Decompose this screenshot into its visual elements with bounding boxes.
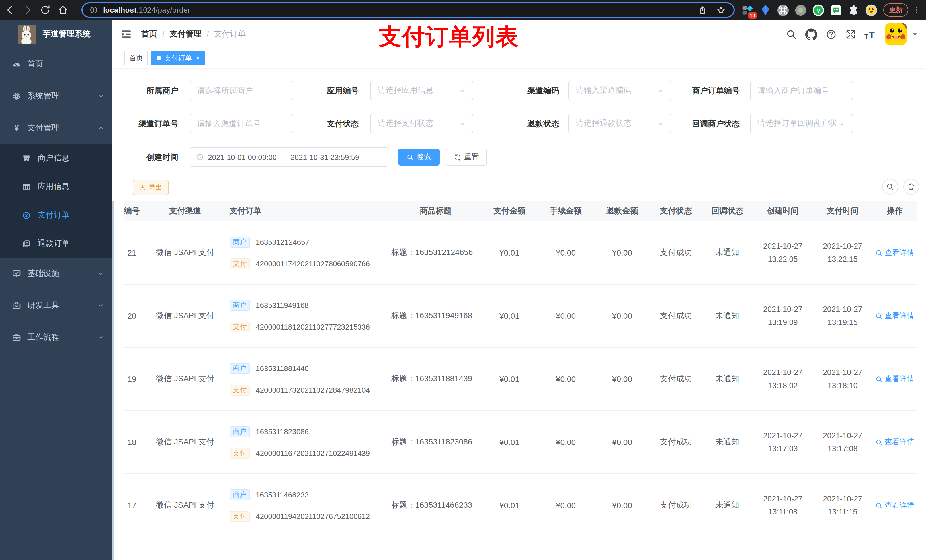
time-value: 13:18:10 (828, 379, 857, 392)
filter-label: 商户订单编号 (637, 81, 740, 100)
browser-menu-icon[interactable] (912, 4, 920, 16)
chevron-down-icon (97, 334, 104, 341)
sidebar-item-首页[interactable]: 首页 (0, 48, 112, 80)
breadcrumb: 首页/支付管理/支付订单 (141, 29, 246, 39)
tags-view-bar: 首页支付订单× (112, 48, 926, 68)
chat-extension-button[interactable] (830, 4, 842, 16)
merchant-tag-badge: 商户 (230, 426, 250, 437)
tab-支付订单[interactable]: 支付订单× (151, 51, 205, 65)
cell-id: 18 (124, 411, 142, 474)
date-range-picker[interactable]: 2021-10-01 00:00:00 - 2021-10-31 23:59:5… (190, 147, 388, 167)
search-icon (875, 438, 882, 446)
forward-icon[interactable] (22, 5, 33, 15)
bookmark-star-icon[interactable] (716, 5, 726, 15)
cell-refund-amount: ¥0.00 (594, 348, 651, 410)
back-icon[interactable] (5, 5, 15, 15)
filter-input-商户订单编号[interactable] (750, 81, 853, 100)
font-size-icon[interactable]: TT (864, 29, 875, 39)
table-row: 20微信 JSAPI 支付商户1635311949168支付4200001181… (124, 285, 917, 348)
tab-首页[interactable]: 首页 (124, 51, 148, 65)
sidebar-item-商户信息[interactable]: 商户信息 (0, 144, 112, 172)
refresh-icon (907, 183, 915, 191)
sidebar-item-支付订单[interactable]: ¥支付订单 (0, 201, 112, 229)
sidebar-item-基础设施[interactable]: 基础设施 (0, 258, 112, 290)
table-header-cell: 商品标题 (390, 201, 481, 221)
cell-pay-order: 商户1635311468233支付42000011942021102767521… (228, 474, 390, 537)
home-icon[interactable] (57, 5, 68, 15)
cell-pay-status (651, 537, 702, 560)
order-no-line: 支付4200001194202110276752100612 (230, 511, 370, 522)
fullscreen-icon[interactable] (845, 29, 856, 39)
sidebar-scrollbar[interactable] (112, 201, 114, 560)
sidebar-item-工作流程[interactable]: 工作流程 (0, 322, 112, 353)
browser-update-button[interactable]: 更新 (883, 3, 908, 17)
hamburger-icon[interactable] (121, 29, 132, 40)
table-row: 21微信 JSAPI 支付商户1635312124657支付4200001174… (124, 221, 917, 285)
order-no-line: 支付4200001173202110272847982104 (230, 385, 370, 395)
gem-extension-button[interactable] (759, 4, 772, 16)
select-placeholder: 请选择订单回调商户状态 (757, 118, 836, 128)
close-tab-icon[interactable]: × (196, 54, 200, 62)
svg-text:y: y (817, 7, 820, 13)
cell-product-title: 标题：1635311823086 (390, 411, 481, 474)
shop-icon (22, 154, 31, 163)
order-id: 17 (127, 501, 136, 510)
app-logo[interactable]: 芋道管理系统 (0, 23, 112, 45)
show-search-toggle-button[interactable] (882, 179, 898, 195)
table-header-cell: 支付渠道 (142, 201, 228, 221)
sidebar-item-研发工具[interactable]: 研发工具 (0, 290, 112, 322)
y-circle-extension-button[interactable]: y (812, 4, 825, 16)
export-button[interactable]: 导出 (133, 180, 169, 195)
help-icon[interactable] (826, 29, 837, 39)
sidebar-item-支付管理[interactable]: ¥支付管理 (0, 112, 112, 144)
screen: localhost:1024/pay/order 10y 更新 芋道管理系统 首… (0, 0, 926, 560)
refresh-table-button[interactable] (903, 179, 919, 195)
search-icon (875, 249, 882, 257)
reset-button[interactable]: 重置 (446, 148, 487, 166)
search-icon[interactable] (786, 29, 797, 39)
filter-label: 退款状态 (457, 114, 559, 133)
view-details-link[interactable]: 查看详情 (875, 437, 914, 447)
sidebar-item-退款订单[interactable]: 退款订单 (0, 229, 112, 258)
pikachu-avatar[interactable] (884, 23, 907, 45)
record-extension-button[interactable] (794, 4, 807, 16)
view-details-link[interactable]: 查看详情 (875, 500, 914, 510)
cell-pay-status: 支付成功 (651, 285, 702, 347)
cell-pay-status: 支付成功 (651, 411, 702, 474)
emoji-extension-button[interactable] (865, 4, 878, 16)
reset-button-label: 重置 (464, 152, 479, 162)
breadcrumb-item[interactable]: 支付管理 (170, 29, 201, 39)
cell-product-title: 标题：1635311468233 (390, 474, 481, 537)
puzzle-extension-button[interactable] (847, 4, 860, 16)
reload-icon[interactable] (40, 5, 51, 15)
filter-label: 创建时间 (112, 147, 178, 167)
select-placeholder: 请选择应用信息 (378, 85, 456, 96)
filter-select-回调商户状态[interactable]: 请选择订单回调商户状态 (750, 114, 853, 133)
order-id: 19 (127, 374, 136, 383)
pin-extension-button[interactable]: 10 (741, 4, 754, 16)
cell-notify-status (702, 537, 753, 560)
order-no-line: 商户1635311823086 (230, 426, 309, 437)
svg-text:¥: ¥ (25, 213, 28, 218)
cell-pay-time: 2021-10-2713:22:15 (813, 221, 873, 284)
address-bar[interactable]: localhost:1024/pay/order (82, 2, 735, 18)
view-details-link[interactable]: 查看详情 (875, 311, 914, 321)
sidebar-item-应用信息[interactable]: 应用信息 (0, 172, 112, 201)
chat-extension-icon (830, 4, 842, 16)
sidebar-item-label: 商户信息 (38, 153, 70, 163)
sidebar-item-系统管理[interactable]: 系统管理 (0, 80, 112, 112)
search-button[interactable]: 搜索 (398, 148, 440, 166)
caret-down-icon[interactable] (912, 31, 918, 37)
view-details-link[interactable]: 查看详情 (875, 374, 914, 384)
github-icon[interactable] (805, 28, 817, 40)
cell-fee-amount: ¥0.00 (538, 411, 594, 474)
site-info-icon[interactable] (89, 6, 98, 14)
command-extension-button[interactable] (777, 4, 789, 16)
url-host: localhost (103, 6, 137, 14)
share-icon[interactable] (698, 5, 707, 15)
table-header-cell: 手续金额 (538, 201, 594, 221)
time-value: 13:19:15 (828, 316, 857, 329)
view-details-link[interactable]: 查看详情 (875, 248, 914, 258)
breadcrumb-item[interactable]: 首页 (141, 29, 157, 39)
app-title: 芋道管理系统 (43, 29, 91, 39)
